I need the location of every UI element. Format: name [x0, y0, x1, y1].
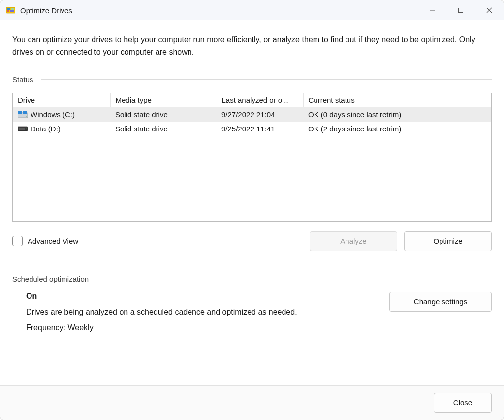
media-type-cell: Solid state drive: [110, 122, 217, 136]
table-header-row[interactable]: Drive Media type Last analyzed or o... C…: [13, 93, 491, 107]
drive-list[interactable]: Drive Media type Last analyzed or o... C…: [12, 93, 492, 222]
scheduled-state: On: [26, 292, 379, 301]
table-row[interactable]: Windows (C:)Solid state drive9/27/2022 2…: [13, 107, 491, 122]
drive-icon: [18, 111, 28, 118]
close-button[interactable]: Close: [434, 393, 492, 413]
drive-name: Windows (C:): [31, 110, 75, 119]
divider: [41, 79, 492, 80]
drive-name: Data (D:): [31, 125, 61, 133]
svg-rect-2: [11, 8, 14, 10]
svg-rect-10: [18, 111, 22, 114]
minimize-button[interactable]: [418, 0, 446, 20]
scheduled-label: Scheduled optimization: [12, 275, 89, 283]
col-last-analyzed[interactable]: Last analyzed or o...: [217, 93, 303, 107]
scheduled-desc: Drives are being analyzed on a scheduled…: [26, 308, 379, 317]
drive-icon: [18, 125, 28, 132]
svg-rect-1: [7, 8, 10, 10]
optimize-drives-window: Optimize Drives You can optimize your dr…: [0, 0, 504, 420]
current-status-cell: OK (0 days since last retrim): [303, 107, 491, 122]
footer: Close: [0, 385, 504, 420]
table-row[interactable]: Data (D:)Solid state drive9/25/2022 11:4…: [13, 122, 491, 136]
status-section-header: Status: [12, 75, 492, 84]
divider: [96, 279, 492, 279]
below-table-row: Advanced View Analyze Optimize: [12, 231, 492, 251]
content-area: You can optimize your drives to help you…: [0, 20, 504, 385]
last-analyzed-cell: 9/25/2022 11:41: [217, 122, 303, 136]
change-settings-button[interactable]: Change settings: [389, 292, 492, 312]
media-type-cell: Solid state drive: [110, 107, 217, 122]
analyze-button[interactable]: Analyze: [310, 231, 397, 251]
svg-rect-11: [23, 111, 27, 114]
advanced-view-checkbox[interactable]: Advanced View: [12, 236, 78, 246]
advanced-view-label: Advanced View: [28, 237, 78, 245]
scheduled-section: Scheduled optimization On Drives are bei…: [12, 275, 492, 332]
intro-text: You can optimize your drives to help you…: [12, 34, 485, 59]
svg-point-16: [26, 129, 27, 129]
svg-rect-15: [19, 128, 25, 130]
status-label: Status: [12, 75, 33, 84]
maximize-button[interactable]: [446, 0, 475, 20]
svg-rect-3: [7, 10, 9, 12]
titlebar[interactable]: Optimize Drives: [0, 0, 504, 20]
svg-point-13: [26, 116, 27, 117]
optimize-button[interactable]: Optimize: [404, 231, 492, 251]
last-analyzed-cell: 9/27/2022 21:04: [217, 107, 303, 122]
col-media-type[interactable]: Media type: [110, 93, 217, 107]
current-status-cell: OK (2 days since last retrim): [303, 122, 491, 136]
window-title: Optimize Drives: [20, 6, 72, 15]
scheduled-section-header: Scheduled optimization: [12, 275, 492, 283]
svg-rect-4: [10, 10, 14, 12]
close-window-button[interactable]: [475, 0, 504, 20]
checkbox-icon: [12, 236, 23, 246]
col-current-status[interactable]: Current status: [303, 93, 491, 107]
scheduled-frequency: Frequency: Weekly: [26, 323, 379, 332]
col-drive[interactable]: Drive: [13, 93, 110, 107]
svg-rect-6: [459, 8, 463, 13]
app-icon: [6, 6, 15, 15]
